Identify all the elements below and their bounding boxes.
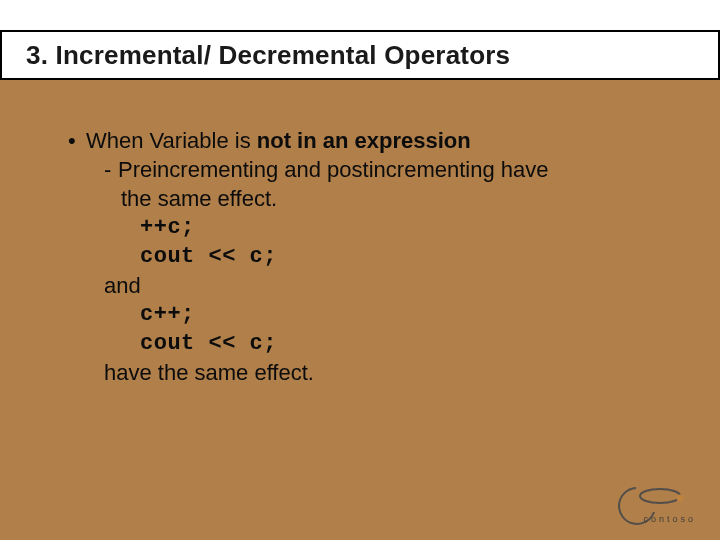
svg-point-1 xyxy=(677,495,684,502)
bullet-bold: not in an expression xyxy=(257,128,471,153)
svg-point-0 xyxy=(640,489,680,503)
bullet-dot: • xyxy=(68,126,86,155)
code-line-2: cout << c; xyxy=(140,242,680,271)
slide-title: 3. Incremental/ Decremental Operators xyxy=(26,40,510,71)
slide-content: • When Variable is not in an expression … xyxy=(68,126,680,387)
top-margin xyxy=(0,0,720,30)
code-line-3: c++; xyxy=(140,300,680,329)
bullet-text: When Variable is not in an expression xyxy=(86,126,471,155)
contoso-logo: contoso xyxy=(606,482,702,526)
bullet-item: • When Variable is not in an expression xyxy=(68,126,680,155)
bullet-prefix: When Variable is xyxy=(86,128,257,153)
sub-line-2: the same effect. xyxy=(121,184,680,213)
and-word: and xyxy=(104,271,680,300)
closing-line: have the same effect. xyxy=(104,358,680,387)
title-bar: 3. Incremental/ Decremental Operators xyxy=(0,30,720,80)
code-line-4: cout << c; xyxy=(140,329,680,358)
sub-bullet: -Preincrementing and postincrementing ha… xyxy=(104,155,680,184)
dash: - xyxy=(104,155,118,184)
logo-text: contoso xyxy=(643,514,696,524)
code-line-1: ++c; xyxy=(140,213,680,242)
sub-line-1: Preincrementing and postincrementing hav… xyxy=(118,157,548,182)
